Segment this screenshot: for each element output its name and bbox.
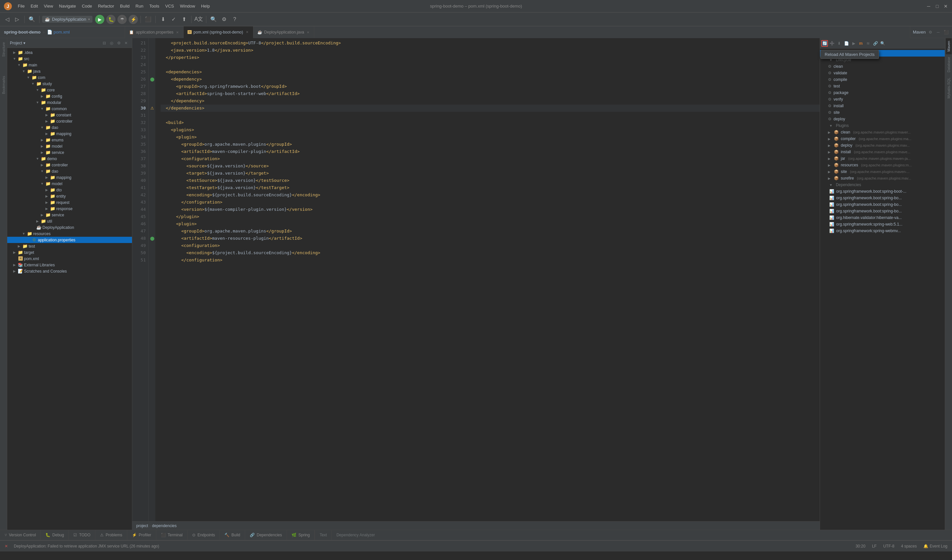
toolbar-search-everywhere[interactable]: 🔍: [27, 15, 37, 24]
maven-dep-6[interactable]: 📊 org.springframework:spring-webmv...: [820, 228, 945, 234]
tree-item-model[interactable]: ▶ 📁 model: [7, 143, 132, 149]
maven-reload-button[interactable]: 🔄 Reload All Maven Projects: [821, 40, 828, 47]
bottom-tab-problems[interactable]: ⚠ Problems: [96, 530, 127, 540]
status-indent[interactable]: 4 spaces: [899, 543, 919, 549]
close-panel-button[interactable]: ✕: [123, 40, 129, 46]
tab-deploy-application[interactable]: ☕ DeployApplication.java ✕: [253, 26, 314, 38]
maven-plugin-clean[interactable]: ▶ 📦 clean (org.apache.maven.plugins:mave…: [820, 129, 945, 136]
tree-item-mapping[interactable]: ▶ 📁 mapping: [7, 131, 132, 137]
status-position[interactable]: 30:20: [854, 543, 867, 549]
tree-item-test[interactable]: ▶ 📁 test: [7, 243, 132, 249]
maven-plugin-surefire[interactable]: ▶ 📦 surefire (org.apache.maven.plugins:m…: [820, 175, 945, 182]
bottom-tab-build[interactable]: 🔨 Build: [220, 530, 245, 540]
maven-dep-2[interactable]: 📊 org.springframework.boot:spring-bo...: [820, 201, 945, 208]
menu-file[interactable]: File: [15, 2, 27, 10]
profile-button[interactable]: ⚡: [129, 15, 138, 24]
maven-run-button[interactable]: ▶: [850, 40, 857, 47]
tree-item-enums[interactable]: ▶ 📁 enums: [7, 137, 132, 143]
tree-item-study[interactable]: ▼ 📁 study: [7, 80, 132, 87]
maven-search-button[interactable]: 🔍: [879, 40, 886, 47]
tree-item-response[interactable]: ▶ 📁 response: [7, 205, 132, 212]
maximize-button[interactable]: □: [934, 3, 940, 9]
maven-lifecycle-package[interactable]: ⚙ package: [820, 89, 945, 96]
maven-dep-3[interactable]: 📊 org.springframework.boot:spring-bo...: [820, 208, 945, 214]
menu-refactor[interactable]: Refactor: [96, 2, 117, 10]
menu-code[interactable]: Code: [79, 2, 95, 10]
tree-item-request[interactable]: ▶ 📁 request: [7, 199, 132, 205]
maven-plugin-jar[interactable]: ▶ 📦 jar (org.apache.maven.plugins:maven-…: [820, 155, 945, 162]
git-update-button[interactable]: ⬇: [158, 15, 167, 24]
tree-item-demo-controller[interactable]: ▶ 📁 controller: [7, 162, 132, 168]
menu-run[interactable]: Run: [133, 2, 146, 10]
maven-lifecycle-test[interactable]: ⚙ test: [820, 83, 945, 89]
maven-lifecycle-validate[interactable]: ⚙ validate: [820, 70, 945, 76]
tree-item-pom[interactable]: 🅼 pom.xml: [7, 256, 132, 262]
maven-plugins-header[interactable]: ▼ Plugins: [820, 122, 945, 129]
structure-icon[interactable]: Structure: [0, 41, 7, 58]
maven-settings-button[interactable]: ⚙: [927, 29, 933, 35]
git-push-button[interactable]: ⬆: [179, 15, 189, 24]
tree-item-core[interactable]: ▼ 📁 core: [7, 87, 132, 93]
tree-item-demo-service[interactable]: ▶ 📁 service: [7, 212, 132, 218]
maven-minimize-button[interactable]: ─: [935, 29, 941, 35]
maven-plugin-deploy[interactable]: ▶ 📦 deploy (org.apache.maven.plugins:mav…: [820, 142, 945, 149]
maven-dep-4[interactable]: 📊 org.hibernate.validator:hibernate-va..…: [820, 214, 945, 221]
editor-content[interactable]: 21 22 23 24 25 26 27 28 29 30 31 32 33 3…: [132, 38, 820, 521]
menu-navigate[interactable]: Navigate: [56, 2, 78, 10]
maven-m-button[interactable]: m: [858, 40, 864, 47]
menu-window[interactable]: Window: [178, 2, 198, 10]
maven-lifecycle-compile[interactable]: ⚙ compile: [820, 76, 945, 83]
tree-item-main[interactable]: ▼ 📁 main: [7, 62, 132, 68]
maven-add-project-button[interactable]: 📄: [843, 40, 850, 47]
tree-item-java[interactable]: ▼ 📁 java: [7, 68, 132, 74]
status-encoding[interactable]: UTF-8: [881, 543, 896, 549]
bottom-tab-version-control[interactable]: ⑂ Version Control: [0, 530, 41, 540]
tree-item-demo-dao[interactable]: ▼ 📁 dao: [7, 168, 132, 174]
coverage-button[interactable]: ☂: [117, 15, 127, 24]
tree-item-scratches[interactable]: ▶ 📝 Scratches and Consoles: [7, 268, 132, 274]
maven-lifecycle-deploy[interactable]: ⚙ deploy: [820, 116, 945, 122]
menu-help[interactable]: Help: [198, 2, 213, 10]
tab-pom-xml[interactable]: 🅼 pom.xml (spring-boot-demo) ✕: [184, 26, 253, 39]
tree-item-dto[interactable]: ▶ 📁 dto: [7, 187, 132, 193]
tree-item-modular[interactable]: ▼ 📁 modular: [7, 99, 132, 106]
bottom-tab-dependencies[interactable]: 🔗 Dependencies: [245, 530, 287, 540]
minimize-button[interactable]: ─: [926, 3, 932, 9]
menu-view[interactable]: View: [41, 2, 56, 10]
menu-build[interactable]: Build: [117, 2, 132, 10]
menu-tools[interactable]: Tools: [147, 2, 162, 10]
bookmarks-icon[interactable]: Bookmarks: [0, 75, 7, 96]
collapse-all-button[interactable]: ⊟: [101, 40, 108, 46]
search-button[interactable]: 🔍: [209, 15, 218, 24]
locate-button[interactable]: ◎: [108, 40, 115, 46]
tree-item-target[interactable]: ▶ 📁 target: [7, 249, 132, 256]
breadcrumb-item-0[interactable]: project: [136, 523, 148, 528]
filter-button[interactable]: ⚙: [116, 40, 122, 46]
maven-lifecycle-site[interactable]: ⚙ site: [820, 109, 945, 116]
tree-item-deploy-app[interactable]: ☕ DeployApplication: [7, 224, 132, 230]
right-tab-maven[interactable]: Maven: [946, 38, 952, 54]
tab-close-1[interactable]: ✕: [245, 29, 249, 34]
tree-item-util[interactable]: ▶ 📁 util: [7, 218, 132, 224]
tab-close-0[interactable]: ✕: [175, 30, 179, 35]
tree-item-config[interactable]: ▶ 📁 config: [7, 93, 132, 99]
maven-plugin-install[interactable]: ▶ 📦 install (org.apache.maven.plugins:ma…: [820, 149, 945, 155]
tree-item-demo-dao-mapping[interactable]: ▶ 📁 mapping: [7, 174, 132, 180]
maven-dep-1[interactable]: 📊 org.springframework.boot:spring-bo...: [820, 195, 945, 201]
back-button[interactable]: ◁: [3, 15, 12, 24]
maven-dependencies-header[interactable]: ▼ Dependencies: [820, 182, 945, 188]
tab-application-properties[interactable]: 📋 application.properties ✕: [125, 26, 184, 38]
translate-button[interactable]: A文: [194, 15, 203, 24]
menu-edit[interactable]: Edit: [28, 2, 40, 10]
maven-plugin-site[interactable]: ▶ 📦 site (org.apache.maven.plugins:maven…: [820, 168, 945, 175]
status-lineend[interactable]: LF: [870, 543, 879, 549]
tree-item-external-libraries[interactable]: ▶ 📚 External Libraries: [7, 262, 132, 268]
tree-item-entity[interactable]: ▶ 📁 entity: [7, 193, 132, 199]
right-tab-database[interactable]: Database: [946, 54, 952, 75]
maven-lifecycle-verify[interactable]: ⚙ verify: [820, 96, 945, 103]
maven-dep-0[interactable]: 📊 org.springframework.boot:spring-boot-.…: [820, 188, 945, 195]
event-log-button[interactable]: 🔔 Event Log: [921, 543, 949, 549]
bottom-tab-endpoints[interactable]: ⊙ Endpoints: [188, 530, 220, 540]
settings-button[interactable]: ⚙: [219, 15, 229, 24]
tree-item-com[interactable]: ▼ 📁 com: [7, 74, 132, 80]
